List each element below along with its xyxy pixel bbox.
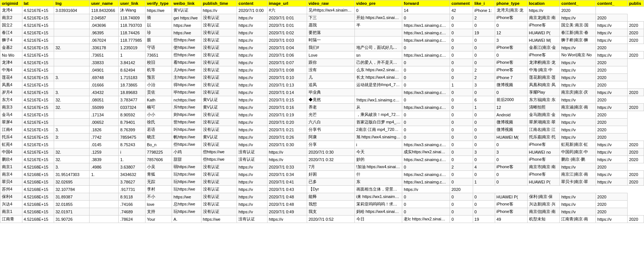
table-cell <box>54 66 90 74</box>
col-header-username[interactable]: user_name <box>90 0 119 7</box>
table-cell: 2020 <box>595 96 627 104</box>
table-cell: .4986 <box>90 163 119 171</box>
table-cell: 南京龙|南京·南 <box>527 14 560 22</box>
table-cell: 龙津4 <box>0 59 22 66</box>
table-cell: 0 <box>450 66 473 74</box>
col-header-origimid[interactable]: origimid <box>0 0 22 7</box>
col-header-publishtime[interactable]: publish_time <box>201 0 237 7</box>
table-cell: https://v <box>560 126 595 134</box>
table-cell: 7859475 <box>119 134 145 141</box>
col-header-like[interactable]: like_i <box>473 0 495 7</box>
table-cell: 2020/7/1 0:10 <box>267 74 307 81</box>
col-header-content2[interactable]: content_ <box>560 0 595 7</box>
table-cell: 31.89387 <box>54 193 90 201</box>
table-cell: 不小 <box>145 193 172 201</box>
table-cell: https://v <box>237 29 267 37</box>
table-cell: 黄V认证 <box>172 7 201 14</box>
table-cell: A. <box>172 216 201 223</box>
table-cell <box>54 29 90 37</box>
col-header-phonetype[interactable]: phone_type <box>495 0 527 7</box>
table-cell: 0 <box>473 111 495 119</box>
table-cell: 龙津桥|南京·龙 <box>527 59 560 66</box>
table-cell: https://v <box>267 148 307 156</box>
col-header-videoraw[interactable]: video_raw <box>307 0 354 7</box>
table-cell: 使https://we <box>172 44 201 51</box>
table-cell: 2020/7/1 0:43 <box>267 186 307 193</box>
table-cell: 4.52168E+15 <box>22 186 54 193</box>
table-row: 江南青4.52168E+1531.90726.78624YourA.https:… <box>0 216 644 223</box>
table-cell: 2020/7/1 0:01 <box>267 22 307 29</box>
table-cell <box>354 89 402 96</box>
table-cell: 4.52167E+15 <box>22 156 54 163</box>
table-cell: 8.76399 <box>119 126 145 134</box>
col-header-comment[interactable]: comment <box>450 0 473 7</box>
table-cell: 2020/7/1 0:02 <box>267 29 307 37</box>
table-cell: 0 <box>450 51 473 59</box>
table-cell: 2020/7/1 0:41 <box>267 178 307 186</box>
table-cell: .336178 <box>90 44 119 51</box>
table-cell: 4.52167E+15 <box>22 74 54 81</box>
col-header-lat[interactable]: lat <box>22 0 54 7</box>
table-cell: https://wx3.sinaimg.cn/larg <box>402 141 450 148</box>
table-cell: https://v <box>237 193 267 201</box>
table-cell: 没有认证 <box>201 111 237 119</box>
table-cell: 0 <box>495 178 527 186</box>
table-cell: 翠屏4 <box>0 119 22 126</box>
col-header-content3[interactable]: content_ <box>595 0 627 7</box>
table-cell: https://v <box>595 29 627 37</box>
table-cell: 没有认证 <box>201 44 237 51</box>
col-header-forward[interactable]: forward <box>402 0 450 7</box>
table-cell: 118.793703 <box>119 22 145 29</box>
table-cell: 0 <box>450 37 473 44</box>
table-row: 龙津44.52167E+15.338333.84142校旧看https://we… <box>0 59 644 66</box>
table-cell: 4.52167E+15 <box>22 44 54 51</box>
table-cell: HUAWEI M( <box>527 37 560 44</box>
table-cell: 微博视频 <box>495 119 527 126</box>
col-header-imageurl[interactable]: image_url <box>267 0 307 7</box>
col-header-location[interactable]: location <box>527 0 560 7</box>
col-header-videopre[interactable]: video_pre <box>354 0 402 7</box>
col-header-publish2[interactable]: publis <box>627 0 644 7</box>
table-cell: 2020 <box>627 37 644 44</box>
table-cell: https://wx2.sinaimg.cn/larg <box>402 156 450 163</box>
table-cell: Love <box>307 51 354 59</box>
table-cell: 2020/7/1 0:52 <box>307 216 354 223</box>
table-cell: 2020 <box>627 29 644 37</box>
table-cell: 贡佐 <box>145 89 172 96</box>
table-cell <box>54 51 90 59</box>
table-cell: 光芒 <box>307 111 354 119</box>
table-cell: 3 <box>495 37 527 44</box>
table-cell: 32.01971 <box>54 208 90 216</box>
table-cell: https://v <box>527 7 560 14</box>
table-cell: 主https://we <box>172 74 201 81</box>
table-cell: 金基江(南京·金 <box>527 44 560 51</box>
table-cell <box>54 22 90 29</box>
table-cell: .1826 <box>90 126 119 134</box>
table-cell: https://we <box>145 7 172 14</box>
table-cell: 0 <box>402 111 450 119</box>
table-cell: 玩https://we <box>172 178 201 186</box>
col-header-weibolink[interactable]: weibo_link <box>172 0 201 7</box>
table-cell: https://v <box>237 66 267 74</box>
table-cell: 运动就是坚持#mp4_720p(https://v <box>354 81 402 89</box>
col-header-verifytype[interactable]: verify_type <box>145 0 172 7</box>
col-header-lng[interactable]: lng <box>54 0 90 7</box>
table-cell: 3: <box>54 134 90 141</box>
table-cell: 3.63807 <box>119 163 145 171</box>
table-cell <box>54 141 90 148</box>
table-cell: 莲花新|南京·莲 <box>527 74 560 81</box>
table-row: 翠屏44.52167E+15.006528.79401徐氏世https://we… <box>0 119 644 126</box>
table-cell: 8.62494 <box>119 66 145 74</box>
table-cell: .1259 <box>90 148 119 156</box>
table-cell: 4.52167E+15 <box>22 89 54 96</box>
table-cell: 没有认证 <box>201 201 237 208</box>
table-cell: 3. <box>54 74 90 81</box>
table-row: No Wo4.52167E+15.73651173651些https://we没… <box>0 51 644 59</box>
table-cell: 南京市|南京·南 <box>527 163 560 171</box>
table-cell: iPhone客 <box>495 163 527 171</box>
table-cell: 3. <box>54 163 90 171</box>
col-header-content[interactable]: content <box>237 0 267 7</box>
table-cell: 42 <box>450 7 473 14</box>
table-cell: 龙湾天(南京·龙 <box>495 7 527 14</box>
col-header-userlink[interactable]: user_link <box>119 0 145 7</box>
